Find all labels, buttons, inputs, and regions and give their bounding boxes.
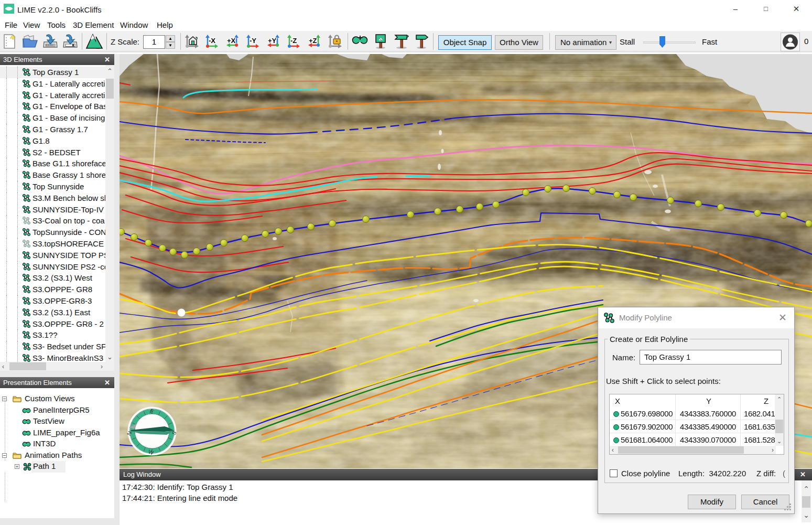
svg-text:-Z: -Z <box>290 37 297 45</box>
svg-text:+Z: +Z <box>309 37 317 45</box>
svg-text:-Y: -Y <box>250 37 256 45</box>
svg-text:+Y: +Y <box>268 37 277 45</box>
svg-text:+X: +X <box>227 37 236 45</box>
svg-text:-X: -X <box>209 37 215 45</box>
